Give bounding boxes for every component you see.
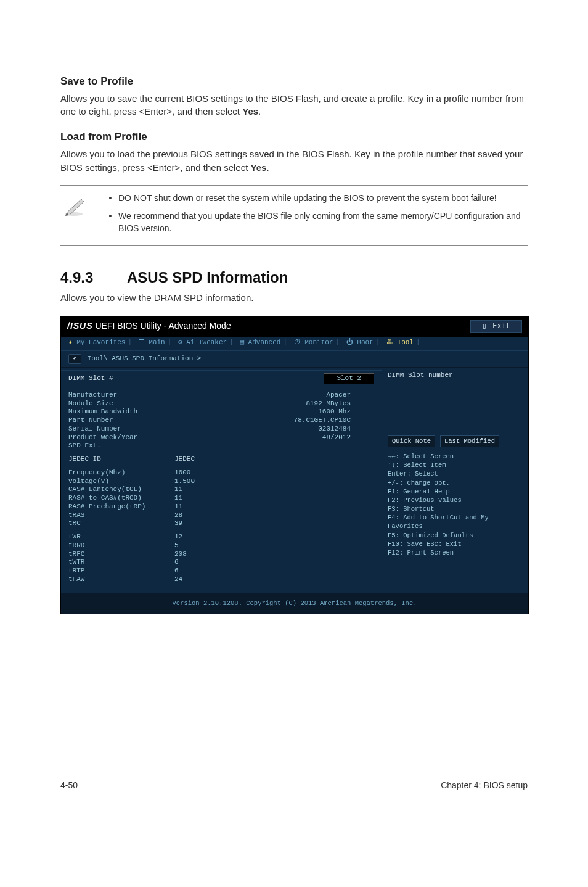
note-row-2: • We recommend that you update the BIOS …	[102, 210, 525, 235]
section-subtext: Allows you to view the DRAM SPD informat…	[60, 291, 528, 305]
help-line: →←: Select Screen	[388, 452, 521, 461]
dimm-slot-select[interactable]: Slot 2	[324, 373, 374, 384]
save-profile-text: Allows you to save the current BIOS sett…	[60, 93, 524, 117]
timing-block-2: tWR12 tRRD5 tRFC208 tWTR6 tRTP6 tFAW24	[61, 532, 382, 588]
bios-left-panel: DIMM Slot # Slot 2 ManufacturerApacer Mo…	[61, 368, 382, 593]
table-row: tFAW24	[68, 576, 374, 584]
tab-tool[interactable]: Tool	[398, 339, 414, 346]
info-val: 8192 MBytes	[174, 400, 374, 408]
table-row: Part Number78.C1GET.CP10C	[68, 416, 374, 425]
info-val: Apacer	[174, 391, 374, 400]
timing-key: tWTR	[68, 558, 174, 567]
star-icon: ★	[68, 339, 73, 346]
tab-monitor[interactable]: Monitor	[304, 339, 333, 346]
last-modified-button[interactable]: Last Modified	[440, 435, 499, 447]
load-profile-yes: Yes	[251, 162, 267, 173]
chapter-title: Chapter 4: BIOS setup	[441, 779, 528, 791]
table-row: SPD Ext.	[68, 442, 374, 450]
tab-main[interactable]: Main	[149, 339, 165, 346]
boot-icon: ⏻	[346, 339, 353, 346]
info-val	[174, 442, 374, 450]
timing-val: 12	[174, 533, 182, 542]
pen-icon	[63, 196, 89, 218]
timing-val: 1.500	[174, 477, 195, 486]
table-row: tRTP6	[68, 567, 374, 576]
table-row: tWTR6	[68, 558, 374, 567]
table-row: tRFC208	[68, 550, 374, 559]
timing-val: 11	[174, 503, 182, 511]
bios-footer: Version 2.10.1208. Copyright (C) 2013 Am…	[61, 593, 528, 614]
timing-key: tFAW	[68, 576, 174, 584]
help-line: Enter: Select	[388, 469, 521, 478]
info-key: Module Size	[68, 400, 174, 408]
monitor-icon: ⏱	[294, 339, 301, 346]
timing-key: tRFC	[68, 550, 174, 559]
note-icon-col	[63, 192, 102, 218]
timing-val: 39	[174, 519, 182, 528]
info-key: SPD Ext.	[68, 442, 174, 450]
timing-val: 6	[174, 567, 179, 576]
help-line: F4: Add to ShortCut and My Favorites	[388, 513, 521, 530]
timing-val: 6	[174, 558, 179, 567]
info-key: Manufacturer	[68, 391, 174, 400]
timing-key: tRTP	[68, 567, 174, 576]
table-row: Maximum Bandwidth1600 Mhz	[68, 408, 374, 416]
info-key: Product Week/Year	[68, 434, 174, 442]
timing-val: 208	[174, 550, 187, 559]
jedec-key: JEDEC ID	[68, 455, 174, 464]
quick-note-button[interactable]: Quick Note	[388, 435, 435, 447]
tab-ai-tweaker[interactable]: Ai Tweaker	[186, 339, 227, 346]
table-row: RAS# to CAS#(tRCD)11	[68, 494, 374, 503]
save-profile-para: Allows you to save the current BIOS sett…	[60, 92, 528, 119]
timing-val: 1600	[174, 469, 190, 477]
timing-val: 11	[174, 485, 182, 494]
timing-block-1: Frequency(Mhz)1600 Voltage(V)1.500 CAS# …	[61, 464, 382, 532]
help-line: F3: Shortcut	[388, 505, 521, 513]
info-val: 48/2012	[174, 434, 374, 442]
jedec-val: JEDEC	[174, 455, 195, 464]
timing-val: 24	[174, 576, 182, 584]
quicknote-row: Quick Note Last Modified	[388, 435, 521, 447]
tab-boot[interactable]: Boot	[357, 339, 373, 346]
bios-title-left: /ISUS UEFI BIOS Utility - Advanced Mode	[67, 321, 231, 332]
help-line: F2: Previous Values	[388, 496, 521, 505]
help-line: F10: Save ESC: Exit	[388, 540, 521, 548]
tab-advanced[interactable]: Advanced	[248, 339, 281, 346]
save-profile-yes: Yes	[242, 106, 258, 117]
section-number: 4.9.3	[60, 267, 127, 289]
timing-key: RAS# to CAS#(tRCD)	[68, 494, 174, 503]
section-title: ASUS SPD Information	[127, 267, 288, 289]
timing-key: tWR	[68, 533, 174, 542]
save-profile-end: .	[258, 106, 261, 117]
note-bullets: • DO NOT shut down or reset the system w…	[102, 192, 525, 239]
note-text-2: We recommend that you update the BIOS fi…	[118, 210, 525, 235]
bios-title-bar: /ISUS UEFI BIOS Utility - Advanced Mode …	[61, 316, 528, 337]
load-profile-text: Allows you to load the previous BIOS set…	[60, 149, 523, 173]
bios-tabs: ★ My Favorites| ☰ Main| ⚙ Ai Tweaker| ▤ …	[61, 337, 528, 352]
help-line: F1: General Help	[388, 487, 521, 496]
bios-breadcrumb: ↶ Tool\ ASUS SPD Information >	[61, 351, 528, 368]
help-line: F12: Print Screen	[388, 548, 521, 557]
exit-button[interactable]: ▯ Exit	[470, 320, 522, 333]
save-profile-heading: Save to Profile	[60, 74, 528, 89]
info-key: Part Number	[68, 416, 174, 425]
advanced-icon: ▤	[240, 339, 244, 346]
timing-key: Voltage(V)	[68, 477, 174, 486]
timing-val: 11	[174, 494, 182, 503]
list-icon: ☰	[139, 339, 145, 346]
load-profile-end: .	[266, 162, 269, 173]
bullet-dot: •	[102, 210, 118, 235]
timing-val: 5	[174, 542, 179, 550]
table-row: CAS# Lantency(tCL)11	[68, 485, 374, 494]
table-row: RAS# Precharge(tRP)11	[68, 503, 374, 511]
help-line: +/-: Change Opt.	[388, 479, 521, 487]
note-box: • DO NOT shut down or reset the system w…	[60, 185, 528, 246]
table-row: tWR12	[68, 533, 374, 542]
timing-key: tRRD	[68, 542, 174, 550]
back-arrow-button[interactable]: ↶	[68, 354, 81, 364]
dimm-slot-label: DIMM Slot #	[68, 374, 253, 383]
timing-key: tRC	[68, 519, 174, 528]
tab-favorites[interactable]: My Favorites	[76, 339, 125, 346]
tool-icon: 🖶	[386, 339, 393, 346]
info-val: 78.C1GET.CP10C	[174, 416, 374, 425]
